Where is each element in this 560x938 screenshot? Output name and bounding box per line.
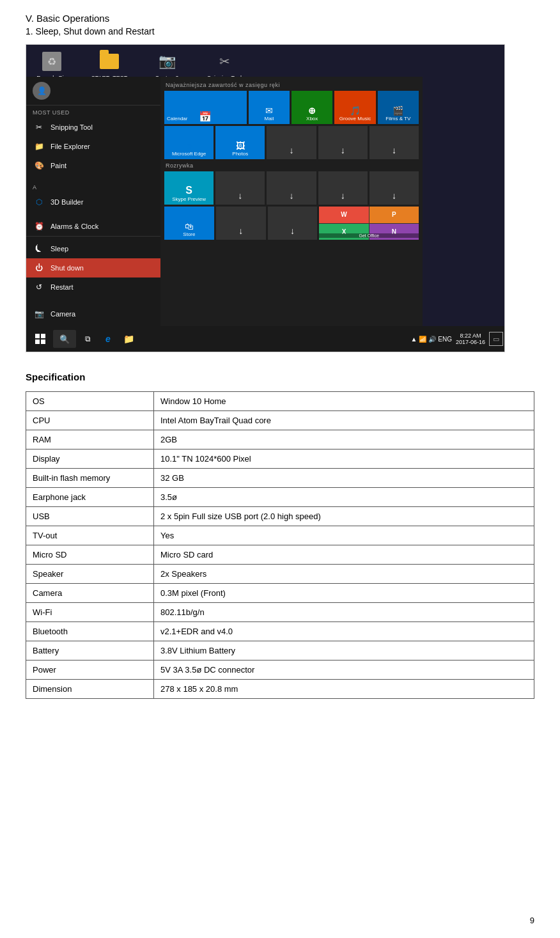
snipping-tool-icon: ✂ — [213, 50, 236, 73]
screenshot-container: ♻ Recycle Bin START_TEST 📷 Capture2 ✂ — [26, 44, 505, 352]
spec-row: USB2 x 5pin Full size USB port (2.0 high… — [26, 507, 534, 526]
taskbar-search-button[interactable]: 🔍 — [53, 330, 76, 348]
spec-value: 2 x 5pin Full size USB port (2.0 high sp… — [154, 507, 534, 526]
spec-value: 3.8V Lithium Battery — [154, 641, 534, 661]
notification-center-button[interactable]: ▭ — [489, 332, 503, 346]
tile-xbox-label: Xbox — [306, 116, 318, 121]
spec-label: Speaker — [26, 565, 154, 584]
windows-logo-icon — [35, 334, 45, 344]
tile-get-office[interactable]: W P X N Get Office — [319, 207, 419, 240]
tile-skype[interactable]: S Skype Preview — [164, 171, 214, 205]
start-item-camera[interactable]: 📷 Camera — [26, 304, 160, 324]
spec-row: Earphone jack3.5ø — [26, 488, 534, 507]
sleep-button[interactable]: ⏾ Sleep — [26, 239, 160, 258]
spec-value: 5V 3A 3.5ø DC connector — [154, 661, 534, 680]
taskbar-date-display: 2017-06-16 — [456, 339, 485, 345]
restart-button[interactable]: ↺ Restart — [26, 277, 160, 297]
taskbar-task-view[interactable]: ⧉ — [79, 330, 97, 348]
spec-row: Built-in flash memory32 GB — [26, 469, 534, 488]
spec-label: Wi-Fi — [26, 603, 154, 622]
tile-mail-label: Mail — [264, 116, 274, 121]
spec-row: RAM2GB — [26, 430, 534, 449]
start-item-paint[interactable]: 🎨 Paint — [26, 156, 160, 175]
tile-edge[interactable]: e Microsoft Edge — [164, 126, 214, 159]
start-item-3dbuilder[interactable]: ⬡ 3D Builder — [26, 192, 160, 212]
get-office-label: Get Office — [319, 233, 419, 238]
spec-label: Built-in flash memory — [26, 469, 154, 488]
spec-label: Micro SD — [26, 545, 154, 565]
page-number: 9 — [530, 916, 534, 925]
start-item-file-explorer[interactable]: 📁 File Explorer — [26, 137, 160, 156]
tile-calendar[interactable]: 📅 Calendar — [164, 91, 247, 124]
tile-download-5[interactable]: ↓ — [267, 171, 316, 205]
taskbar-app-icons: ⧉ e 📁 — [79, 330, 137, 348]
spec-label: Display — [26, 449, 154, 469]
start-item-alarms[interactable]: ⏰ Alarms & Clock — [26, 217, 160, 236]
spec-value: 2GB — [154, 430, 534, 449]
tile-download-4[interactable]: ↓ — [215, 171, 265, 205]
alarms-icon: ⏰ — [33, 220, 45, 233]
tile-calendar-label: Calendar — [167, 116, 187, 121]
spec-label: RAM — [26, 430, 154, 449]
tile-download-8[interactable]: ↓ — [216, 207, 266, 240]
system-tray-icons: ▲ 📶 🔊 ENG — [410, 336, 452, 343]
spec-label: Power — [26, 661, 154, 680]
tile-store[interactable]: 🛍 Store — [164, 207, 214, 240]
spec-label: OS — [26, 392, 154, 411]
taskbar-clock: 8:22 AM 2017-06-16 — [456, 332, 485, 345]
tile-download-6[interactable]: ↓ — [318, 171, 368, 205]
taskbar-file-explorer[interactable]: 📁 — [120, 330, 137, 348]
taskbar-edge[interactable]: e — [99, 330, 117, 348]
tile-download-3[interactable]: ↓ — [369, 126, 419, 159]
tile-photos-label: Photos — [232, 151, 248, 157]
tile-photos[interactable]: 🖼 Photos — [215, 126, 265, 159]
network-icon: 📶 — [419, 336, 426, 343]
spec-value: 802.11b/g/n — [154, 603, 534, 622]
task-view-icon: ⧉ — [85, 334, 91, 343]
spec-row: Power5V 3A 3.5ø DC connector — [26, 661, 534, 680]
spec-value: Yes — [154, 526, 534, 545]
tile-download-2[interactable]: ↓ — [318, 126, 368, 159]
svg-rect-2 — [35, 340, 40, 344]
tile-groove[interactable]: 🎵 Groove Music — [334, 91, 375, 124]
recycle-bin-icon: ♻ — [40, 50, 63, 73]
specification-section: Specification OSWindow 10 HomeCPUIntel A… — [26, 371, 534, 699]
spec-table: OSWindow 10 HomeCPUIntel Atom BayTrail Q… — [26, 391, 534, 699]
file-explorer-taskbar-icon: 📁 — [123, 334, 134, 344]
spec-row: Bluetoothv2.1+EDR and v4.0 — [26, 622, 534, 641]
tile-films[interactable]: 🎬 Films & TV — [378, 91, 419, 124]
camera-icon: 📷 — [33, 308, 45, 320]
spec-value: Micro SD card — [154, 545, 534, 565]
spec-value: 278 x 185 x 20.8 mm — [154, 680, 534, 699]
spec-label: Battery — [26, 641, 154, 661]
svg-rect-1 — [41, 334, 45, 338]
spec-row: CPUIntel Atom BayTrail Quad core — [26, 411, 534, 430]
file-explorer-icon: 📁 — [33, 140, 45, 153]
page-header: V. Basic Operations 1. Sleep, Shut down … — [26, 13, 534, 36]
spec-label: Dimension — [26, 680, 154, 699]
tile-store-label: Store — [183, 231, 195, 237]
sleep-icon: ⏾ — [33, 242, 45, 255]
svg-rect-3 — [41, 340, 45, 344]
shutdown-icon: ⏻ — [33, 262, 45, 274]
tile-mail[interactable]: ✉ Mail — [249, 91, 290, 124]
notification-icon: ▭ — [493, 335, 499, 343]
taskbar-time-display: 8:22 AM — [456, 332, 485, 339]
tile-xbox[interactable]: ⊕ Xbox — [292, 91, 332, 124]
shutdown-button[interactable]: ⏻ Shut down — [26, 258, 160, 277]
spec-value: Intel Atom BayTrail Quad core — [154, 411, 534, 430]
spec-row: Wi-Fi802.11b/g/n — [26, 603, 534, 622]
start-menu: 👤 Most used ✂ Snipping Tool 📁 File Explo… — [26, 77, 423, 326]
tile-films-label: Films & TV — [385, 116, 410, 121]
spec-title: Specification — [26, 371, 534, 382]
tile-download-1[interactable]: ↓ — [267, 126, 316, 159]
taskbar: 🔍 ⧉ e 📁 ▲ 📶 🔊 ENG — [26, 326, 505, 352]
tile-skype-label: Skype Preview — [172, 196, 206, 202]
start-item-snipping[interactable]: ✂ Snipping Tool — [26, 118, 160, 137]
start-button[interactable] — [29, 327, 52, 350]
windows-screenshot: ♻ Recycle Bin START_TEST 📷 Capture2 ✂ — [26, 45, 505, 352]
tile-download-9[interactable]: ↓ — [268, 207, 318, 240]
up-arrow-icon: ▲ — [410, 336, 417, 343]
tile-download-7[interactable]: ↓ — [369, 171, 419, 205]
spec-row: Display10.1" TN 1024*600 Pixel — [26, 449, 534, 469]
